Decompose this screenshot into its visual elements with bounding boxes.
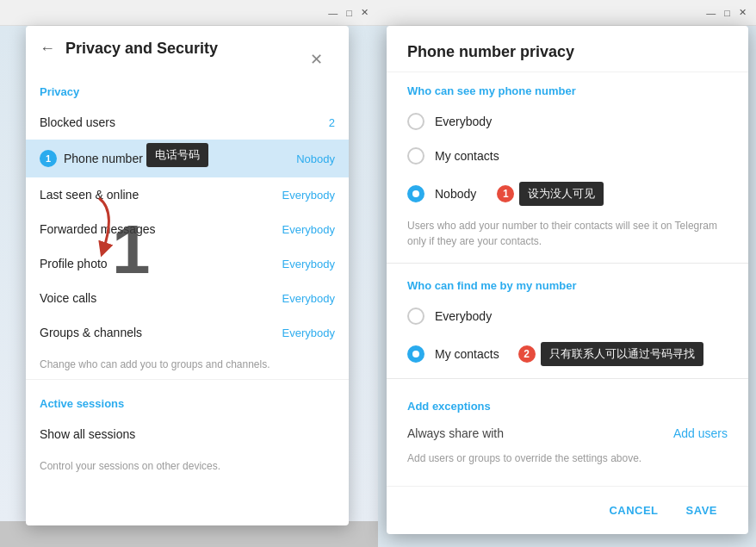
exceptions-hint: Add users or groups to override the sett… xyxy=(407,451,728,466)
see-everybody-option[interactable]: Everybody xyxy=(387,104,748,139)
right-titlebar: — □ ✕ xyxy=(378,0,756,26)
see-nobody-annotation: 1 设为没人可见 xyxy=(497,182,604,206)
voice-calls-item[interactable]: Voice calls Everybody xyxy=(26,281,349,315)
maximize-btn[interactable]: □ xyxy=(342,8,356,18)
see-nobody-tooltip: 设为没人可见 xyxy=(519,182,604,206)
dialog-section-divider xyxy=(387,263,748,264)
phone-number-item[interactable]: 1 Phone number 电话号码 Nobody xyxy=(26,140,349,177)
blocked-users-label: Blocked users xyxy=(40,115,115,129)
panel-close-button[interactable]: ✕ xyxy=(296,38,337,81)
voice-calls-value: Everybody xyxy=(282,292,335,305)
always-share-label: Always share with xyxy=(407,426,504,440)
exceptions-divider xyxy=(387,378,748,379)
see-info-text: Users who add your number to their conta… xyxy=(387,214,748,259)
dialog-content: Who can see my phone number Everybody My… xyxy=(387,72,748,486)
dialog-footer: CANCEL SAVE xyxy=(387,486,748,534)
groups-label: Groups & channels xyxy=(40,326,142,339)
find-my-contacts-option[interactable]: My contacts 2 只有联系人可以通过号码寻找 xyxy=(387,333,748,375)
exceptions-label: Add exceptions xyxy=(407,393,728,420)
see-nobody-radio[interactable] xyxy=(407,185,424,202)
find-my-contacts-tooltip: 只有联系人可以通过号码寻找 xyxy=(541,342,703,366)
close-btn[interactable]: ✕ xyxy=(356,7,373,18)
forwarded-label: Forwarded messages xyxy=(40,222,156,236)
panel-title: Privacy and Security xyxy=(65,40,218,58)
minimize-btn[interactable]: — xyxy=(324,8,342,18)
groups-item[interactable]: Groups & channels Everybody xyxy=(26,315,349,350)
phone-number-badge: 1 xyxy=(40,150,57,167)
annotation-badge-2: 2 xyxy=(518,345,536,363)
right-window: — □ ✕ Phone number privacy Who can see m… xyxy=(378,0,756,547)
see-everybody-label: Everybody xyxy=(435,115,492,128)
annotation-badge-1: 1 xyxy=(497,185,514,202)
find-section-label: Who can find me by my number xyxy=(387,267,748,299)
see-my-contacts-label: My contacts xyxy=(435,149,499,163)
profile-photo-label: Profile photo xyxy=(40,257,108,270)
phone-number-value: Nobody xyxy=(296,152,335,165)
left-window: — □ ✕ ← Privacy and Security ✕ Privacy B… xyxy=(0,0,378,547)
groups-value: Everybody xyxy=(282,326,335,339)
forwarded-value: Everybody xyxy=(282,223,335,236)
save-button[interactable]: SAVE xyxy=(676,497,728,524)
blocked-users-badge: 2 xyxy=(329,116,335,129)
privacy-panel: ← Privacy and Security ✕ Privacy Blocked… xyxy=(26,26,349,525)
profile-photo-item[interactable]: Profile photo Everybody xyxy=(26,246,349,281)
right-maximize-btn[interactable]: □ xyxy=(720,8,734,18)
dialog-header: Phone number privacy xyxy=(387,26,748,72)
dialog-title: Phone number privacy xyxy=(407,43,728,61)
blocked-users-item[interactable]: Blocked users 2 xyxy=(26,105,349,140)
find-everybody-radio[interactable] xyxy=(407,308,424,325)
see-everybody-radio[interactable] xyxy=(407,113,424,130)
find-my-contacts-annotation: 2 只有联系人可以通过号码寻找 xyxy=(518,342,703,366)
profile-photo-value: Everybody xyxy=(282,258,335,270)
find-my-contacts-radio[interactable] xyxy=(407,345,424,363)
panel-header: ← Privacy and Security ✕ xyxy=(26,26,349,71)
last-seen-item[interactable]: Last seen & online Everybody xyxy=(26,177,349,212)
right-minimize-btn[interactable]: — xyxy=(702,8,720,18)
groups-hint: Change who can add you to groups and cha… xyxy=(26,350,349,376)
add-users-link[interactable]: Add users xyxy=(673,426,728,440)
voice-calls-label: Voice calls xyxy=(40,291,96,305)
exceptions-section: Add exceptions Always share with Add use… xyxy=(387,382,748,476)
see-my-contacts-option[interactable]: My contacts xyxy=(387,139,748,173)
panel-content: Privacy Blocked users 2 1 Phone number 电… xyxy=(26,71,349,525)
phone-tooltip-text: 电话号码 xyxy=(146,143,208,167)
section-divider xyxy=(26,379,349,380)
see-nobody-option[interactable]: Nobody 1 设为没人可见 xyxy=(387,173,748,214)
phone-privacy-dialog: Phone number privacy Who can see my phon… xyxy=(387,26,748,534)
right-close-btn[interactable]: ✕ xyxy=(734,7,751,18)
see-section-label: Who can see my phone number xyxy=(387,72,748,104)
phone-number-left: 1 Phone number xyxy=(40,150,143,167)
show-sessions-label: Show all sessions xyxy=(40,427,135,441)
back-button[interactable]: ← xyxy=(40,40,55,58)
forwarded-item[interactable]: Forwarded messages Everybody xyxy=(26,212,349,246)
sessions-hint: Control your sessions on other devices. xyxy=(26,451,349,477)
see-nobody-label: Nobody xyxy=(435,187,476,201)
last-seen-value: Everybody xyxy=(282,189,335,202)
find-everybody-label: Everybody xyxy=(435,309,492,323)
phone-number-label: Phone number xyxy=(64,152,143,165)
phone-tooltip-annotation: 电话号码 xyxy=(146,143,208,167)
see-my-contacts-radio[interactable] xyxy=(407,147,424,165)
show-sessions-item[interactable]: Show all sessions xyxy=(26,417,349,451)
always-share-row: Always share with Add users xyxy=(407,420,728,447)
left-titlebar: — □ ✕ xyxy=(0,0,378,26)
find-my-contacts-label: My contacts xyxy=(435,347,499,361)
active-sessions-label: Active sessions xyxy=(26,383,349,417)
last-seen-label: Last seen & online xyxy=(40,188,139,202)
find-everybody-option[interactable]: Everybody xyxy=(387,299,748,333)
cancel-button[interactable]: CANCEL xyxy=(598,497,668,524)
